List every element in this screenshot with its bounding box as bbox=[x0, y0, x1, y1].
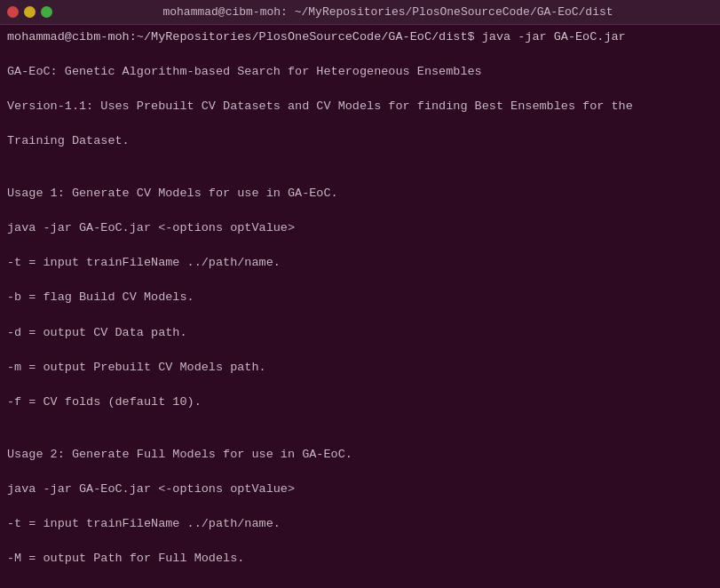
terminal-output-line: -m = output Prebuilt CV Models path. bbox=[7, 359, 713, 377]
terminal-output-line: -t = input trainFileName ../path/name. bbox=[7, 254, 713, 272]
blank-line bbox=[7, 428, 713, 446]
blank-line bbox=[7, 584, 713, 588]
terminal-output-line: -d = output CV Data path. bbox=[7, 324, 713, 342]
terminal-output-line: -M = output Path for Full Models. bbox=[7, 550, 713, 568]
titlebar: mohammad@cibm-moh: ~/MyRepositories/Plos… bbox=[0, 0, 720, 25]
minimize-button[interactable] bbox=[24, 6, 36, 18]
terminal-output-line: GA-EoC: Genetic Algorithm-based Search f… bbox=[7, 63, 713, 81]
terminal-output-line: java -jar GA-EoC.jar <-options optValue> bbox=[7, 481, 713, 498]
close-button[interactable] bbox=[7, 6, 19, 18]
terminal-output-line: java -jar GA-EoC.jar <-options optValue> bbox=[7, 219, 713, 237]
blank-line bbox=[7, 168, 713, 186]
terminal-output-line: -t = input trainFileName ../path/name. bbox=[7, 515, 713, 533]
maximize-button[interactable] bbox=[41, 6, 52, 18]
terminal-output-line: -f = CV folds (default 10). bbox=[7, 393, 713, 411]
terminal-output-line: Usage 2: Generate Full Models for use in… bbox=[7, 446, 713, 464]
terminal-output-line: Training Dataset. bbox=[7, 132, 713, 150]
terminal-content: mohammad@cibm-moh:~/MyRepositories/PlosO… bbox=[0, 25, 720, 588]
terminal-output-line: -b = flag Build CV Models. bbox=[7, 289, 713, 306]
terminal-prompt-line: mohammad@cibm-moh:~/MyRepositories/PlosO… bbox=[7, 28, 713, 46]
window-buttons bbox=[7, 6, 52, 18]
terminal-output-line: Usage 1: Generate CV Models for use in G… bbox=[7, 185, 713, 203]
window-title: mohammad@cibm-moh: ~/MyRepositories/Plos… bbox=[63, 5, 713, 19]
terminal-output-line: Version-1.1: Uses Prebuilt CV Datasets a… bbox=[7, 98, 713, 115]
